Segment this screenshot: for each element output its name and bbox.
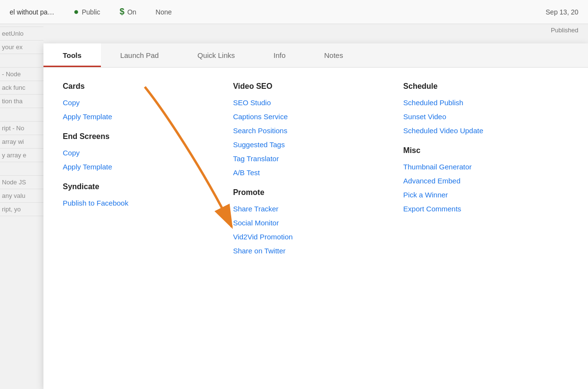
bg-line-4: your ex — [0, 41, 43, 54]
menu-content: Cards Copy Apply Template End Screens Co… — [43, 68, 588, 271]
tab-launchpad[interactable]: Launch Pad — [101, 43, 178, 67]
bg-line-8: tion tha — [0, 95, 43, 108]
dollar-icon: $ — [120, 7, 125, 17]
heading-video-seo: Video SEO — [233, 82, 399, 91]
category-label: None — [155, 8, 171, 16]
heading-schedule: Schedule — [403, 82, 569, 91]
bg-line-7: ack func — [0, 81, 43, 95]
tab-notes[interactable]: Notes — [305, 43, 363, 67]
date-label: Sep 13, 20 — [546, 8, 578, 16]
bg-line-16: ript, yo — [0, 203, 43, 216]
link-advanced-embed[interactable]: Advanced Embed — [403, 175, 569, 187]
top-bar: el without pa… ● Public $ On None Sep 13… — [0, 0, 588, 24]
bg-line-12: y array e — [0, 149, 43, 162]
video-title: el without pa… — [10, 8, 55, 16]
link-scheduled-video-update[interactable]: Scheduled Video Update — [403, 125, 569, 137]
link-social-monitor[interactable]: Social Monitor — [233, 217, 399, 229]
dropdown-panel: Tools Launch Pad Quick Links Info Notes … — [43, 43, 588, 389]
link-search-positions[interactable]: Search Positions — [233, 125, 399, 137]
link-publish-facebook[interactable]: Publish to Facebook — [63, 197, 228, 209]
link-cards-apply-template[interactable]: Apply Template — [63, 111, 228, 123]
menu-col-1: Cards Copy Apply Template End Screens Co… — [63, 82, 228, 257]
link-share-twitter[interactable]: Share on Twitter — [233, 245, 399, 257]
bg-line-13 — [0, 162, 43, 176]
visibility-item: ● Public — [74, 7, 100, 17]
heading-syndicate: Syndicate — [63, 182, 228, 191]
link-tag-translator[interactable]: Tag Translator — [233, 153, 399, 165]
link-cards-copy[interactable]: Copy — [63, 97, 228, 109]
bg-line-5 — [0, 54, 43, 68]
tab-tools[interactable]: Tools — [43, 43, 101, 67]
menu-col-3: Schedule Scheduled Publish Sunset Video … — [403, 82, 569, 257]
heading-end-screens: End Screens — [63, 132, 228, 141]
link-scheduled-publish[interactable]: Scheduled Publish — [403, 97, 569, 109]
monetize-item: $ On — [120, 7, 137, 17]
link-sunset-video[interactable]: Sunset Video — [403, 111, 569, 123]
background-text: video, b out pas eetUnlo your ex - Node … — [0, 0, 43, 389]
link-endscreens-apply-template[interactable]: Apply Template — [63, 161, 228, 173]
link-ab-test[interactable]: A/B Test — [233, 167, 399, 179]
link-captions-service[interactable]: Captions Service — [233, 111, 399, 123]
link-export-comments[interactable]: Export Comments — [403, 203, 569, 215]
heading-promote: Promote — [233, 188, 399, 197]
bg-line-14: Node JS — [0, 176, 43, 189]
eye-icon: ● — [74, 7, 79, 17]
monetize-label: On — [127, 8, 137, 16]
bg-line-11: array wi — [0, 135, 43, 149]
visibility-label: Public — [82, 8, 100, 16]
link-seo-studio[interactable]: SEO Studio — [233, 97, 399, 109]
bg-line-3: eetUnlo — [0, 27, 43, 41]
heading-cards: Cards — [63, 82, 228, 91]
tab-info[interactable]: Info — [254, 43, 305, 67]
published-status: Published — [551, 27, 578, 34]
link-endscreens-copy[interactable]: Copy — [63, 147, 228, 159]
bg-line-9 — [0, 108, 43, 122]
link-suggested-tags[interactable]: Suggested Tags — [233, 139, 399, 151]
heading-misc: Misc — [403, 146, 569, 155]
link-share-tracker[interactable]: Share Tracker — [233, 203, 399, 215]
link-vid2vid[interactable]: Vid2Vid Promotion — [233, 231, 399, 243]
tab-quicklinks[interactable]: Quick Links — [178, 43, 254, 67]
menu-col-2: Video SEO SEO Studio Captions Service Se… — [233, 82, 399, 257]
tab-bar: Tools Launch Pad Quick Links Info Notes — [43, 43, 588, 68]
bg-line-6: - Node — [0, 68, 43, 81]
bg-line-10: ript - No — [0, 122, 43, 135]
link-thumbnail-generator[interactable]: Thumbnail Generator — [403, 161, 569, 173]
bg-line-15: any valu — [0, 189, 43, 203]
link-pick-winner[interactable]: Pick a Winner — [403, 189, 569, 201]
